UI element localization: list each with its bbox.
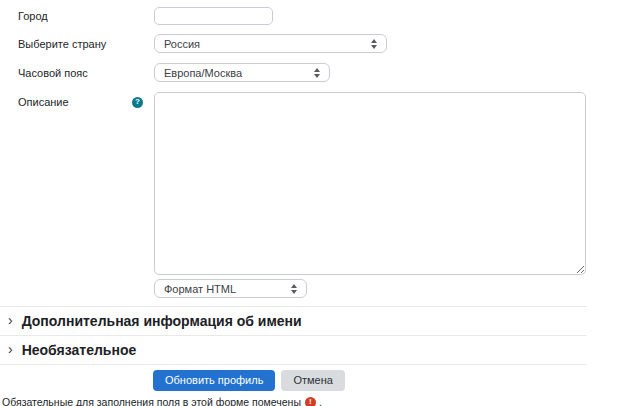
chevron-right-icon: ›	[8, 313, 13, 327]
required-note-text: Обязательные для заполнения поля в этой …	[2, 396, 301, 406]
required-icon: !	[305, 397, 316, 406]
description-label-cell: Описание ?	[0, 92, 154, 108]
cancel-button[interactable]: Отмена	[281, 370, 344, 391]
city-label: Город	[0, 10, 154, 22]
form-row-format: Формат HTML	[0, 275, 624, 298]
required-note-suffix: .	[319, 396, 322, 406]
timezone-label: Часовой пояс	[0, 67, 154, 79]
country-label: Выберите страну	[0, 38, 154, 50]
select-updown-arrow-icon	[314, 68, 320, 78]
country-select[interactable]: Россия	[154, 34, 387, 53]
format-select[interactable]: Формат HTML	[154, 279, 307, 298]
timezone-select-value: Европа/Москва	[164, 67, 242, 79]
required-fields-note: Обязательные для заполнения поля в этой …	[0, 396, 624, 406]
country-select-value: Россия	[164, 38, 200, 50]
form-row-description: Описание ?	[0, 92, 624, 275]
section-additional-names[interactable]: › Дополнительная информация об имени	[0, 306, 587, 335]
collapsible-sections: › Дополнительная информация об имени › Н…	[0, 306, 587, 365]
select-updown-arrow-icon	[291, 284, 297, 294]
select-updown-arrow-icon	[371, 39, 377, 49]
description-textarea[interactable]	[154, 92, 586, 275]
profile-edit-form: Город Выберите страну Россия Часовой поя…	[0, 0, 624, 406]
format-row-spacer	[0, 275, 154, 298]
city-input[interactable]	[154, 7, 273, 25]
form-row-country: Выберите страну Россия	[0, 34, 624, 53]
format-select-value: Формат HTML	[164, 283, 236, 295]
help-icon[interactable]: ?	[132, 97, 143, 108]
description-label: Описание	[18, 96, 69, 108]
timezone-select[interactable]: Европа/Москва	[154, 63, 330, 82]
section-title: Дополнительная информация об имени	[22, 313, 302, 329]
form-actions: Обновить профиль Отмена	[153, 370, 624, 391]
divider	[0, 364, 587, 365]
section-title: Необязательное	[22, 342, 137, 358]
update-profile-button[interactable]: Обновить профиль	[153, 370, 275, 391]
form-row-timezone: Часовой пояс Европа/Москва	[0, 63, 624, 82]
form-row-city: Город	[0, 7, 624, 25]
chevron-right-icon: ›	[8, 342, 13, 356]
section-optional[interactable]: › Необязательное	[0, 335, 587, 364]
